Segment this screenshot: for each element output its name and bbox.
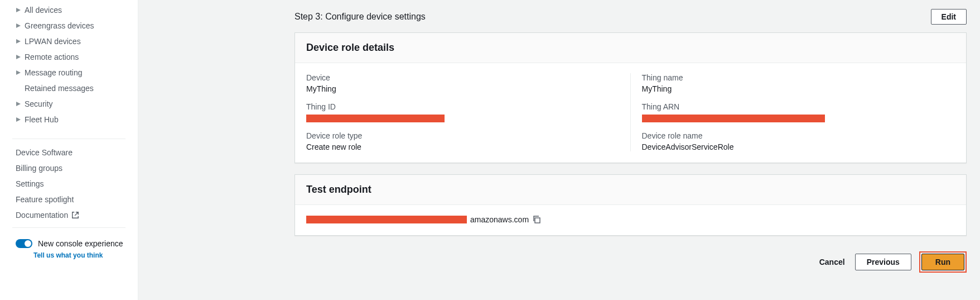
copy-icon[interactable] xyxy=(532,215,541,224)
svg-marker-5 xyxy=(16,102,21,106)
device-role-panel: Device role details Device MyThing Thing… xyxy=(295,32,967,163)
edit-button[interactable]: Edit xyxy=(931,9,967,25)
field-value xyxy=(306,113,608,122)
nav-item-message-routing[interactable]: Message routing xyxy=(0,65,138,80)
cancel-button[interactable]: Cancel xyxy=(817,254,847,270)
caret-right-icon xyxy=(16,117,21,122)
nav-label: Documentation xyxy=(16,211,68,220)
field-label: Device xyxy=(306,73,608,82)
caret-right-icon xyxy=(16,54,21,60)
nav-item-fleet-hub[interactable]: Fleet Hub xyxy=(0,112,138,127)
run-button[interactable]: Run xyxy=(921,254,964,270)
nav-label: Greengrass devices xyxy=(25,21,94,30)
main-content: Step 3: Configure device settings Edit D… xyxy=(138,0,980,300)
field-device: Device MyThing xyxy=(306,73,608,93)
caret-right-icon xyxy=(16,39,21,44)
left-column: Device MyThing Thing ID Device role type… xyxy=(306,73,631,151)
svg-rect-7 xyxy=(535,218,540,223)
nav-item-documentation[interactable]: Documentation xyxy=(0,207,138,223)
right-column: Thing name MyThing Thing ARN Device role… xyxy=(631,73,955,151)
test-endpoint-panel: Test endpoint amazonaws.com xyxy=(295,174,967,236)
external-link-icon xyxy=(71,211,79,219)
field-label: Thing ARN xyxy=(642,102,955,111)
sidebar: All devices Greengrass devices LPWAN dev… xyxy=(0,0,138,300)
nav-item-remote-actions[interactable]: Remote actions xyxy=(0,49,138,65)
nav-label: Settings xyxy=(16,179,44,188)
svg-marker-4 xyxy=(16,70,21,75)
svg-marker-2 xyxy=(16,39,21,44)
svg-marker-3 xyxy=(16,55,21,59)
nav-label: Fleet Hub xyxy=(25,115,59,124)
field-label: Thing ID xyxy=(306,102,608,111)
field-thing-name: Thing name MyThing xyxy=(642,73,955,93)
nav-label: LPWAN devices xyxy=(25,37,81,46)
new-console-toggle[interactable] xyxy=(16,239,32,248)
previous-button[interactable]: Previous xyxy=(855,254,911,270)
nav-label: Billing groups xyxy=(16,164,62,173)
feedback-link[interactable]: Tell us what you think xyxy=(0,249,138,263)
caret-right-icon xyxy=(16,101,21,107)
nav-item-security[interactable]: Security xyxy=(0,96,138,112)
divider xyxy=(12,139,125,139)
nav-item-billing-groups[interactable]: Billing groups xyxy=(0,160,138,176)
field-value: MyThing xyxy=(642,84,955,93)
nav-label: Retained messages xyxy=(25,84,94,93)
field-thing-id: Thing ID xyxy=(306,102,608,122)
nav-label: All devices xyxy=(25,6,62,15)
secondary-nav: Device Software Billing groups Settings … xyxy=(0,145,138,223)
nav-item-greengrass-devices[interactable]: Greengrass devices xyxy=(0,18,138,34)
caret-right-icon xyxy=(16,70,21,75)
nav-label: Remote actions xyxy=(25,53,79,61)
caret-right-icon xyxy=(16,23,21,28)
divider xyxy=(12,227,125,228)
field-device-role-name: Device role name DeviceAdvisorServiceRol… xyxy=(642,131,955,151)
new-console-toggle-row: New console experience xyxy=(0,234,138,249)
panel-title: Device role details xyxy=(295,33,966,63)
caret-right-icon xyxy=(16,7,21,13)
footer-buttons: Cancel Previous Run xyxy=(295,247,967,273)
field-value: MyThing xyxy=(306,84,608,93)
nav-label: Security xyxy=(25,99,53,108)
redacted-value xyxy=(306,115,445,122)
field-label: Thing name xyxy=(642,73,955,82)
svg-marker-6 xyxy=(16,117,21,122)
step-header: Step 3: Configure device settings Edit xyxy=(152,0,967,32)
endpoint-value-row: amazonaws.com xyxy=(306,215,955,224)
nav-label: Message routing xyxy=(25,68,83,77)
svg-marker-1 xyxy=(16,23,21,28)
panel-title: Test endpoint xyxy=(295,175,966,205)
nav-item-lpwan-devices[interactable]: LPWAN devices xyxy=(0,34,138,49)
field-label: Device role name xyxy=(642,131,955,140)
redacted-value xyxy=(642,115,825,122)
nav-item-settings[interactable]: Settings xyxy=(0,176,138,192)
nav-item-retained-messages[interactable]: Retained messages xyxy=(0,80,138,96)
nav-label: Feature spotlight xyxy=(16,195,74,204)
field-value xyxy=(642,113,955,122)
nav-label: Device Software xyxy=(16,148,73,157)
field-value: Create new role xyxy=(306,142,608,151)
field-value: DeviceAdvisorServiceRole xyxy=(642,142,955,151)
nav-item-feature-spotlight[interactable]: Feature spotlight xyxy=(0,192,138,207)
svg-marker-0 xyxy=(16,8,21,12)
redacted-value xyxy=(306,216,467,223)
endpoint-suffix: amazonaws.com xyxy=(470,215,529,224)
step-title: Step 3: Configure device settings xyxy=(295,12,426,22)
toggle-label: New console experience xyxy=(38,239,123,248)
field-thing-arn: Thing ARN xyxy=(642,102,955,122)
nav-list: All devices Greengrass devices LPWAN dev… xyxy=(0,2,138,134)
nav-item-device-software[interactable]: Device Software xyxy=(0,145,138,160)
field-device-role-type: Device role type Create new role xyxy=(306,131,608,151)
field-label: Device role type xyxy=(306,131,608,140)
nav-item-all-devices[interactable]: All devices xyxy=(0,2,138,18)
run-button-highlight: Run xyxy=(919,251,967,273)
